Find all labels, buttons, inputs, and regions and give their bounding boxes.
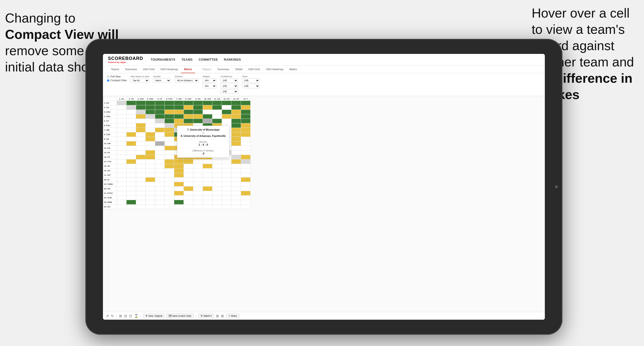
matrix-cell[interactable] bbox=[127, 110, 136, 114]
tab-players-summary[interactable]: Summary bbox=[214, 66, 232, 73]
matrix-cell[interactable] bbox=[155, 141, 165, 146]
matrix-cell[interactable] bbox=[222, 101, 231, 105]
matrix-cell[interactable] bbox=[184, 191, 193, 196]
matrix-cell[interactable] bbox=[155, 168, 165, 173]
matrix-cell[interactable] bbox=[146, 146, 155, 150]
matrix-cell[interactable] bbox=[146, 196, 155, 200]
matrix-cell[interactable] bbox=[117, 146, 127, 150]
matrix-cell[interactable] bbox=[231, 132, 241, 137]
matrix-cell[interactable] bbox=[174, 168, 184, 173]
matrix-cell[interactable] bbox=[241, 182, 251, 187]
matrix-cell[interactable] bbox=[136, 132, 146, 137]
full-view-option[interactable]: Full View bbox=[107, 75, 127, 78]
matrix-cell[interactable] bbox=[231, 187, 241, 191]
matrix-cell[interactable] bbox=[212, 200, 222, 205]
matrix-cell[interactable] bbox=[231, 205, 241, 209]
nav-committee[interactable]: COMMITTEE bbox=[199, 57, 218, 62]
tab-h2h-grid[interactable]: H2H Grid bbox=[140, 66, 157, 73]
matrix-cell[interactable] bbox=[136, 164, 146, 168]
matrix-cell[interactable] bbox=[203, 159, 212, 164]
matrix-cell[interactable] bbox=[136, 205, 146, 209]
matrix-cell[interactable] bbox=[127, 182, 136, 187]
matrix-cell[interactable] bbox=[117, 155, 127, 159]
matrix-cell[interactable] bbox=[165, 187, 174, 191]
matrix-cell[interactable] bbox=[231, 200, 241, 205]
matrix-cell[interactable] bbox=[174, 164, 184, 168]
matrix-cell[interactable] bbox=[165, 164, 174, 168]
matrix-cell[interactable] bbox=[184, 114, 193, 119]
matrix-cell[interactable] bbox=[222, 159, 231, 164]
matrix-cell[interactable] bbox=[222, 200, 231, 205]
matrix-cell[interactable] bbox=[193, 173, 203, 178]
matrix-cell[interactable] bbox=[231, 119, 241, 123]
matrix-cell[interactable] bbox=[222, 178, 231, 182]
matrix-cell[interactable] bbox=[212, 196, 222, 200]
matrix-cell[interactable] bbox=[231, 191, 241, 196]
matrix-cell[interactable] bbox=[241, 178, 251, 182]
matrix-cell[interactable] bbox=[165, 146, 174, 150]
matrix-cell[interactable] bbox=[231, 150, 241, 155]
matrix-cell[interactable] bbox=[231, 114, 241, 119]
tool4[interactable]: ⌛ bbox=[134, 314, 138, 318]
matrix-cell[interactable] bbox=[165, 191, 174, 196]
matrix-cell[interactable] bbox=[193, 196, 203, 200]
matrix-cell[interactable] bbox=[117, 187, 127, 191]
matrix-cell[interactable] bbox=[222, 205, 231, 209]
matrix-cell[interactable] bbox=[203, 164, 212, 168]
matrix-cell[interactable] bbox=[146, 155, 155, 159]
matrix-cell[interactable] bbox=[193, 114, 203, 119]
matrix-cell[interactable] bbox=[146, 173, 155, 178]
matrix-cell[interactable] bbox=[146, 110, 155, 114]
matrix-cell[interactable] bbox=[165, 155, 174, 159]
matrix-cell[interactable] bbox=[117, 182, 127, 187]
tab-teams[interactable]: Teams bbox=[108, 66, 122, 73]
matrix-cell[interactable] bbox=[127, 150, 136, 155]
matrix-cell[interactable] bbox=[155, 137, 165, 141]
matrix-cell[interactable] bbox=[174, 178, 184, 182]
matrix-cell[interactable] bbox=[193, 187, 203, 191]
matrix-cell[interactable] bbox=[155, 146, 165, 150]
matrix-cell[interactable] bbox=[146, 101, 155, 105]
matrix-cell[interactable] bbox=[241, 146, 251, 150]
matrix-cell[interactable] bbox=[241, 173, 251, 178]
matrix-cell[interactable] bbox=[155, 159, 165, 164]
matrix-cell[interactable] bbox=[174, 191, 184, 196]
matrix-cell[interactable] bbox=[117, 141, 127, 146]
matrix-cell[interactable] bbox=[155, 128, 165, 132]
matrix-cell[interactable] bbox=[184, 168, 193, 173]
matrix-cell[interactable] bbox=[174, 187, 184, 191]
matrix-cell[interactable] bbox=[117, 114, 127, 119]
matrix-cell[interactable] bbox=[136, 123, 146, 128]
matrix-cell[interactable] bbox=[184, 119, 193, 123]
division-select[interactable]: NCAA Division I bbox=[175, 78, 199, 83]
nav-tournaments[interactable]: TOURNAMENTS bbox=[151, 57, 175, 62]
matrix-cell[interactable] bbox=[222, 110, 231, 114]
matrix-cell[interactable] bbox=[155, 187, 165, 191]
team-select[interactable]: (All) bbox=[242, 78, 260, 83]
matrix-cell[interactable] bbox=[127, 173, 136, 178]
matrix-cell[interactable] bbox=[241, 141, 251, 146]
matrix-cell[interactable] bbox=[146, 105, 155, 110]
matrix-cell[interactable] bbox=[136, 200, 146, 205]
matrix-cell[interactable] bbox=[212, 119, 222, 123]
tab-players-matrix[interactable]: Matrix bbox=[286, 66, 300, 73]
matrix-cell[interactable] bbox=[127, 123, 136, 128]
max-teams-select[interactable]: Top 50 bbox=[131, 78, 149, 83]
team-select2[interactable]: (All) bbox=[242, 84, 260, 88]
matrix-cell[interactable] bbox=[222, 168, 231, 173]
matrix-cell[interactable] bbox=[241, 191, 251, 196]
tool2[interactable]: ⊟ bbox=[124, 314, 127, 318]
matrix-cell[interactable] bbox=[165, 114, 174, 119]
tab-summary[interactable]: Summary bbox=[122, 66, 140, 73]
matrix-cell[interactable] bbox=[241, 155, 251, 159]
matrix-cell[interactable] bbox=[174, 159, 184, 164]
matrix-cell[interactable] bbox=[146, 182, 155, 187]
matrix-cell[interactable] bbox=[231, 178, 241, 182]
matrix-cell[interactable] bbox=[117, 119, 127, 123]
matrix-cell[interactable] bbox=[165, 137, 174, 141]
matrix-cell[interactable] bbox=[127, 119, 136, 123]
matrix-cell[interactable] bbox=[117, 128, 127, 132]
matrix-cell[interactable] bbox=[127, 191, 136, 196]
matrix-cell[interactable] bbox=[231, 159, 241, 164]
matrix-cell[interactable] bbox=[203, 173, 212, 178]
